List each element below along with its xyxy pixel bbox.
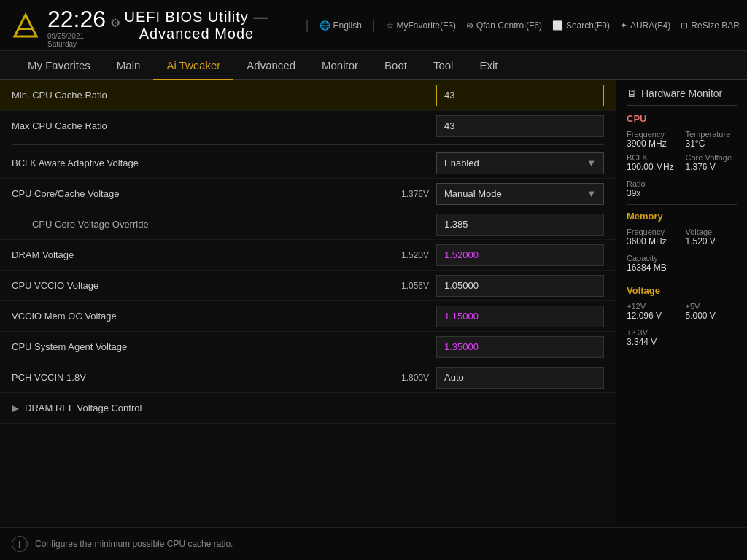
info-bar: i Configures the minimum possible CPU ca… bbox=[0, 527, 747, 560]
label-pch-vccin: PCH VCCIN 1.8V bbox=[12, 372, 385, 383]
myfavorite-button[interactable]: ☆ MyFavorite(F3) bbox=[386, 20, 456, 31]
nav-item-myfavorites[interactable]: My Favorites bbox=[15, 51, 104, 80]
hw-voltage-grid: +12V 12.096 V +5V 5.000 V bbox=[627, 302, 737, 321]
hw-voltage-section-title: Voltage bbox=[627, 285, 737, 296]
hw-divider-1 bbox=[627, 204, 737, 205]
monitor-icon: 🖥 bbox=[627, 88, 637, 99]
aura-icon: ✦ bbox=[620, 20, 627, 31]
value-pch-vccin[interactable]: Auto bbox=[436, 367, 604, 389]
settings-panel: Min. CPU Cache Ratio 43 Max CPU Cache Ra… bbox=[0, 80, 616, 527]
value-bclk-aware[interactable]: Enabled ▼ bbox=[436, 152, 604, 174]
value-cpu-system-agent[interactable]: 1.35000 bbox=[436, 336, 604, 358]
current-pch-vccin: 1.800V bbox=[385, 373, 429, 383]
label-bclk-aware: BCLK Aware Adaptive Voltage bbox=[12, 158, 436, 168]
label-vccio-mem-oc: VCCIO Mem OC Voltage bbox=[12, 311, 436, 322]
dropdown-arrow-cpu-core: ▼ bbox=[587, 188, 596, 199]
setting-row-vccio-mem-oc[interactable]: VCCIO Mem OC Voltage 1.15000 bbox=[0, 301, 616, 332]
nav-item-monitor[interactable]: Monitor bbox=[309, 51, 371, 80]
hw-memory-section-title: Memory bbox=[627, 211, 737, 222]
myfavorite-label: MyFavorite(F3) bbox=[397, 20, 456, 31]
setting-row-cpu-core-cache-voltage[interactable]: CPU Core/Cache Voltage 1.376V Manual Mod… bbox=[0, 179, 616, 209]
hw-mem-capacity: Capacity 16384 MB bbox=[627, 254, 737, 273]
hw-memory-grid: Frequency 3600 MHz Voltage 1.520 V bbox=[627, 228, 737, 246]
value-cpu-vccio-voltage[interactable]: 1.05000 bbox=[436, 275, 604, 297]
hw-cpu-bclk: BCLK 100.00 MHz bbox=[627, 153, 678, 172]
value-cpu-core-voltage-override[interactable]: 1.385 bbox=[436, 214, 604, 236]
value-cpu-core-cache-voltage[interactable]: Manual Mode ▼ bbox=[436, 183, 604, 205]
aura-button[interactable]: ✦ AURA(F4) bbox=[620, 20, 670, 31]
value-min-cpu-cache-ratio[interactable]: 43 bbox=[436, 85, 604, 106]
nav-item-advanced[interactable]: Advanced bbox=[233, 51, 309, 80]
top-bar: 22:26 ⚙ 09/25/2021 Saturday UEFI BIOS Ut… bbox=[0, 0, 747, 51]
globe-icon: 🌐 bbox=[320, 20, 330, 31]
asus-logo-icon bbox=[7, 11, 44, 40]
label-dram-ref-voltage: DRAM REF Voltage Control bbox=[25, 402, 604, 413]
label-cpu-core-voltage-override: - CPU Core Voltage Override bbox=[12, 219, 436, 230]
resizebar-label: ReSize BAR bbox=[691, 20, 740, 31]
separator-1 bbox=[12, 144, 604, 145]
label-cpu-system-agent: CPU System Agent Voltage bbox=[12, 341, 436, 352]
hw-cpu-grid: Frequency 3900 MHz Temperature 31°C BCLK… bbox=[627, 130, 737, 172]
setting-row-cpu-core-voltage-override[interactable]: - CPU Core Voltage Override 1.385 bbox=[0, 209, 616, 240]
svg-marker-0 bbox=[15, 15, 36, 36]
nav-bar: My Favorites Main Ai Tweaker Advanced Mo… bbox=[0, 51, 747, 80]
nav-item-boot[interactable]: Boot bbox=[371, 51, 420, 80]
label-max-cpu-cache-ratio: Max CPU Cache Ratio bbox=[12, 120, 436, 131]
search-button[interactable]: ⬜ Search(F9) bbox=[552, 20, 610, 31]
settings-icon[interactable]: ⚙ bbox=[110, 17, 120, 29]
nav-item-main[interactable]: Main bbox=[104, 51, 154, 80]
nav-item-exit[interactable]: Exit bbox=[466, 51, 511, 80]
hw-mem-freq: Frequency 3600 MHz bbox=[627, 228, 678, 246]
hw-cpu-ratio: Ratio 39x bbox=[627, 179, 737, 198]
setting-row-min-cpu-cache-ratio[interactable]: Min. CPU Cache Ratio 43 bbox=[0, 80, 616, 111]
aura-label: AURA(F4) bbox=[630, 20, 670, 31]
expand-icon: ▶ bbox=[12, 402, 19, 413]
current-cpu-core-cache-voltage: 1.376V bbox=[385, 189, 429, 199]
label-cpu-vccio-voltage: CPU VCCIO Voltage bbox=[12, 280, 385, 291]
info-text: Configures the minimum possible CPU cach… bbox=[35, 539, 233, 549]
label-min-cpu-cache-ratio: Min. CPU Cache Ratio bbox=[12, 90, 436, 101]
current-dram-voltage: 1.520V bbox=[385, 250, 429, 260]
main-content: Min. CPU Cache Ratio 43 Max CPU Cache Ra… bbox=[0, 80, 747, 527]
label-dram-voltage: DRAM Voltage bbox=[12, 249, 385, 260]
title-area: UEFI BIOS Utility — Advanced Mode bbox=[88, 9, 306, 42]
hw-divider-2 bbox=[627, 279, 737, 279]
sep1: | bbox=[306, 18, 309, 33]
hw-cpu-temp-label: Temperature 31°C bbox=[686, 130, 738, 149]
resizebar-button[interactable]: ⊡ ReSize BAR bbox=[681, 20, 740, 31]
date-text: 09/25/2021 bbox=[47, 32, 84, 40]
value-max-cpu-cache-ratio[interactable]: 43 bbox=[436, 115, 604, 137]
day-text: Saturday bbox=[47, 40, 77, 48]
language-button[interactable]: 🌐 English bbox=[320, 20, 362, 31]
setting-row-cpu-vccio-voltage[interactable]: CPU VCCIO Voltage 1.056V 1.05000 bbox=[0, 271, 616, 301]
date-display: 09/25/2021 Saturday bbox=[47, 32, 84, 48]
setting-row-bclk-aware[interactable]: BCLK Aware Adaptive Voltage Enabled ▼ bbox=[0, 148, 616, 179]
hw-monitor-title: 🖥 Hardware Monitor bbox=[627, 88, 737, 106]
hw-v12: +12V 12.096 V bbox=[627, 302, 678, 321]
setting-row-cpu-system-agent[interactable]: CPU System Agent Voltage 1.35000 bbox=[0, 332, 616, 362]
bios-title: UEFI BIOS Utility — Advanced Mode bbox=[124, 9, 268, 42]
toolbar-icons: | 🌐 English | ☆ MyFavorite(F3) ⊛ Qfan Co… bbox=[306, 18, 740, 33]
dropdown-arrow-bclk: ▼ bbox=[587, 158, 596, 168]
language-label: English bbox=[333, 20, 362, 31]
star-icon: ☆ bbox=[386, 20, 394, 31]
qfan-button[interactable]: ⊛ Qfan Control(F6) bbox=[466, 20, 542, 31]
search-label: Search(F9) bbox=[566, 20, 610, 31]
nav-item-aitweaker[interactable]: Ai Tweaker bbox=[153, 51, 233, 80]
setting-row-dram-ref-voltage[interactable]: ▶ DRAM REF Voltage Control bbox=[0, 393, 616, 424]
search-icon: ⬜ bbox=[552, 20, 563, 31]
value-dram-voltage[interactable]: 1.52000 bbox=[436, 244, 604, 266]
setting-row-max-cpu-cache-ratio[interactable]: Max CPU Cache Ratio 43 bbox=[0, 111, 616, 141]
setting-row-dram-voltage[interactable]: DRAM Voltage 1.520V 1.52000 bbox=[0, 240, 616, 271]
sep2: | bbox=[372, 18, 376, 33]
value-vccio-mem-oc[interactable]: 1.15000 bbox=[436, 306, 604, 327]
hw-cpu-freq-label: Frequency 3900 MHz bbox=[627, 130, 678, 149]
clock-time: 22:26 bbox=[47, 6, 106, 32]
resize-icon: ⊡ bbox=[681, 20, 688, 31]
setting-row-pch-vccin[interactable]: PCH VCCIN 1.8V 1.800V Auto bbox=[0, 362, 616, 393]
fan-icon: ⊛ bbox=[466, 20, 473, 31]
hw-cpu-section-title: CPU bbox=[627, 113, 737, 124]
nav-item-tool[interactable]: Tool bbox=[420, 51, 467, 80]
current-cpu-vccio-voltage: 1.056V bbox=[385, 281, 429, 291]
hw-v33: +3.3V 3.344 V bbox=[627, 328, 737, 347]
